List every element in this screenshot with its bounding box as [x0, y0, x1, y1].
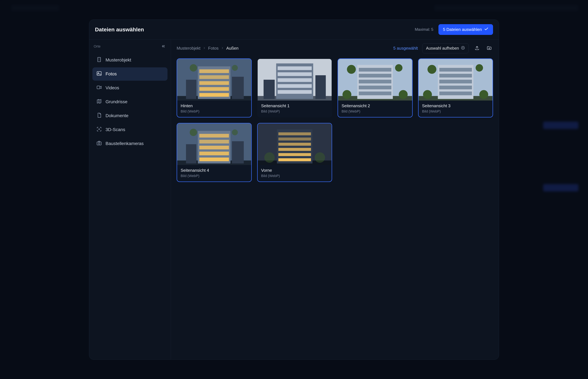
breadcrumb-item[interactable]: Musterobjekt	[177, 46, 200, 51]
selected-count: 5 ausgewählt	[393, 46, 418, 51]
place-item-building[interactable]: Musterobjekt	[92, 53, 167, 67]
content-header: MusterobjektFotosAußen 5 ausgewählt Ausw…	[171, 40, 499, 57]
place-item-floorplan[interactable]: Grundrisse	[92, 95, 167, 109]
place-item-label: Videos	[106, 85, 119, 90]
breadcrumb-item: Außen	[226, 46, 239, 51]
modal-body: Orte MusterobjektFotosVideosGrundrisseDo…	[89, 40, 499, 360]
file-tile-meta: Seitenansicht 2Bild (WebP)	[338, 100, 412, 117]
file-subtitle: Bild (WebP)	[342, 109, 409, 113]
modal-header: Dateien auswählen Maximal: 5 5 Dateien a…	[89, 20, 499, 40]
content-panel: MusterobjektFotosAußen 5 ausgewählt Ausw…	[171, 40, 499, 360]
collapse-places-button[interactable]	[161, 43, 166, 50]
upload-button[interactable]	[473, 44, 481, 52]
file-tile-meta: HintenBild (WebP)	[177, 100, 251, 117]
file-subtitle: Bild (WebP)	[181, 109, 248, 113]
file-name: Seitenansicht 1	[261, 103, 328, 108]
place-item-label: Dokumente	[106, 113, 129, 118]
place-item-document[interactable]: Dokumente	[92, 109, 167, 123]
confirm-selection-button[interactable]: 5 Dateien auswählen	[439, 24, 493, 35]
video-icon	[96, 84, 102, 91]
upload-icon	[474, 49, 480, 51]
file-tile-meta: Seitenansicht 3Bild (WebP)	[419, 100, 493, 117]
file-tile-meta: Seitenansicht 1Bild (WebP)	[258, 100, 332, 117]
max-files-label: Maximal: 5	[415, 27, 433, 32]
new-folder-button[interactable]	[485, 44, 493, 52]
clear-selection-button[interactable]: Auswahl aufheben	[422, 43, 469, 53]
check-icon	[484, 27, 489, 32]
file-name: Hinten	[181, 103, 248, 108]
file-tile[interactable]: VorneBild (WebP)	[257, 123, 332, 182]
breadcrumb: MusterobjektFotosAußen	[177, 46, 238, 51]
confirm-selection-label: 5 Dateien auswählen	[443, 27, 482, 32]
file-name: Seitenansicht 2	[342, 103, 409, 108]
places-header: Orte	[92, 43, 167, 50]
file-name: Seitenansicht 4	[181, 168, 248, 173]
x-circle-icon	[461, 46, 465, 51]
camera-icon	[96, 140, 102, 147]
file-grid: HintenBild (WebP)Seitenansicht 1Bild (We…	[171, 57, 499, 183]
place-item-camera[interactable]: Baustellenkameras	[92, 137, 167, 150]
file-tile[interactable]: Seitenansicht 4Bild (WebP)	[177, 123, 252, 182]
chevron-right-icon	[203, 46, 206, 51]
place-item-label: Grundrisse	[106, 99, 128, 104]
file-tile-meta: Seitenansicht 4Bild (WebP)	[177, 165, 251, 181]
file-name: Seitenansicht 3	[422, 103, 489, 108]
file-tile[interactable]: HintenBild (WebP)	[177, 58, 252, 117]
file-tile[interactable]: Seitenansicht 2Bild (WebP)	[338, 58, 413, 117]
place-item-label: Baustellenkameras	[106, 141, 144, 146]
clear-selection-label: Auswahl aufheben	[426, 46, 459, 51]
file-subtitle: Bild (WebP)	[261, 174, 328, 178]
modal-header-actions: Maximal: 5 5 Dateien auswählen	[415, 24, 493, 35]
place-item-scan3d[interactable]: 3D-Scans	[92, 123, 167, 136]
file-thumbnail	[419, 59, 493, 100]
file-name: Vorne	[261, 168, 328, 173]
file-picker-modal: Dateien auswählen Maximal: 5 5 Dateien a…	[89, 19, 499, 360]
file-thumbnail	[177, 123, 251, 165]
floorplan-icon	[96, 98, 102, 105]
file-thumbnail	[258, 123, 332, 165]
file-tile[interactable]: Seitenansicht 3Bild (WebP)	[418, 58, 493, 117]
folder-plus-icon	[487, 49, 492, 51]
building-icon	[96, 57, 102, 63]
file-subtitle: Bild (WebP)	[261, 109, 328, 113]
places-title: Orte	[94, 44, 100, 48]
chevron-double-left-icon	[161, 47, 165, 49]
file-thumbnail	[177, 59, 251, 100]
breadcrumb-item[interactable]: Fotos	[208, 46, 219, 51]
places-panel: Orte MusterobjektFotosVideosGrundrisseDo…	[89, 40, 171, 360]
file-subtitle: Bild (WebP)	[422, 109, 489, 113]
place-item-label: 3D-Scans	[106, 127, 125, 132]
file-thumbnail	[258, 59, 332, 100]
content-actions: 5 ausgewählt Auswahl aufheben	[393, 43, 493, 53]
file-thumbnail	[338, 59, 412, 100]
place-item-video[interactable]: Videos	[92, 81, 167, 95]
scan3d-icon	[96, 126, 102, 133]
place-item-label: Musterobjekt	[106, 57, 131, 63]
file-tile-meta: VorneBild (WebP)	[258, 165, 332, 181]
modal-title: Dateien auswählen	[95, 26, 144, 33]
place-item-image[interactable]: Fotos	[92, 67, 167, 81]
places-list: MusterobjektFotosVideosGrundrisseDokumen…	[92, 53, 167, 150]
modal-overlay: Dateien auswählen Maximal: 5 5 Dateien a…	[0, 0, 588, 379]
image-icon	[96, 71, 102, 78]
document-icon	[96, 112, 102, 119]
chevron-right-icon	[221, 46, 224, 51]
place-item-label: Fotos	[106, 71, 117, 77]
file-subtitle: Bild (WebP)	[181, 174, 248, 178]
file-tile[interactable]: Seitenansicht 1Bild (WebP)	[257, 58, 332, 117]
